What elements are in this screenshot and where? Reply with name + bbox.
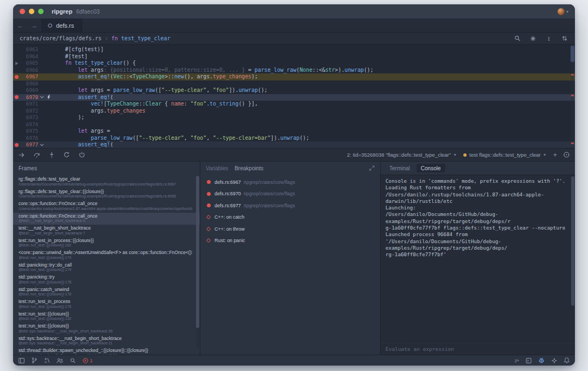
code-editor[interactable]: 6963 #[cfg(test)]6964 #[test]6965 fn tes… [13, 44, 575, 148]
breakpoint-dot-icon[interactable] [207, 192, 215, 196]
frame-row[interactable]: test::__rust_begin_short_backtrace@test:… [13, 225, 200, 237]
breakpoint-row[interactable]: Rust: on panic [200, 235, 380, 247]
session-options-icon[interactable] [564, 152, 569, 158]
editor-line[interactable]: 6972 args.type_changes [13, 108, 575, 115]
frame-row[interactable]: test::run_test_in_process@test::run_test… [13, 298, 200, 311]
thread-selector[interactable]: 2: tid=35268038 "flags::defs::test_type_… [347, 152, 457, 158]
frame-row[interactable]: core::ops::function::FnOnce::call_once@t… [13, 213, 200, 225]
nav-back-button[interactable]: ← [13, 18, 27, 32]
gutter[interactable]: 6971 [13, 101, 52, 108]
breadcrumb-path[interactable]: crates/core/flags/defs.rs [20, 35, 102, 41]
tab-console[interactable]: Console [416, 164, 445, 172]
breakpoint-row[interactable]: C++: on throw [200, 223, 380, 235]
search-icon[interactable] [513, 35, 521, 42]
gutter[interactable]: 6970 [13, 94, 52, 101]
editor-scrollbar[interactable] [571, 45, 574, 148]
editor-line[interactable]: 6970 assert_eq!( [13, 94, 575, 101]
breakpoint-icon[interactable] [13, 75, 20, 79]
breakpoint-row[interactable]: defs.rs:6977ripgrep/crates/core/flags [200, 200, 380, 212]
gutter[interactable]: 6974 [13, 121, 52, 128]
tab-defs-rs[interactable]: defs.rs [41, 18, 82, 32]
selections-icon[interactable] [561, 35, 568, 42]
breakpoint-row[interactable]: C++: on catch [200, 212, 380, 224]
step-over-icon[interactable] [34, 152, 40, 158]
zoom-window-button[interactable] [38, 9, 44, 14]
breakpoint-icon[interactable] [13, 143, 20, 147]
frame-row[interactable]: core::ops::function::FnOnce::call_once/U… [13, 200, 200, 213]
search-icon[interactable] [70, 358, 76, 363]
frame-row[interactable]: rg::flags::defs::test_type_clear/Users/d… [13, 176, 200, 188]
editor-line[interactable]: 6975 let args = [13, 128, 575, 135]
editor-line[interactable]: 6971 vec![TypeChange::Clear { name: "foo… [13, 101, 575, 108]
frame-row[interactable]: std::thread::Builder::spawn_unchecked_::… [13, 347, 200, 355]
frames-scrollbar[interactable] [196, 176, 199, 349]
git-branch-label[interactable]: 6dfaec03 [76, 8, 100, 15]
user-menu[interactable]: ▾ [558, 8, 568, 15]
editor-line[interactable]: 6964 #[test] [13, 53, 575, 60]
frame-row[interactable]: std::panicking::try@test::run_test::{{cl… [13, 274, 200, 286]
gutter[interactable]: 6967 [13, 73, 52, 81]
gutter[interactable]: 6963 [13, 46, 52, 53]
breakpoint-icon[interactable] [13, 95, 20, 99]
frame-row[interactable]: std::panicking::try::do_call@test::run_t… [13, 262, 200, 274]
gutter[interactable]: 6966 [13, 67, 52, 74]
step-into-icon[interactable] [49, 152, 54, 158]
cursor-icon[interactable]: I [545, 35, 553, 42]
gutter[interactable]: 6969 [13, 87, 52, 94]
tab-terminal[interactable]: Terminal [385, 164, 414, 172]
exception-breakpoint-icon[interactable] [207, 215, 215, 219]
notifications-bell-icon[interactable] [564, 357, 569, 363]
minimize-window-button[interactable] [29, 9, 34, 14]
stop-icon[interactable] [79, 152, 85, 158]
nav-forward-button[interactable]: → [27, 18, 41, 32]
fold-chevron-icon[interactable] [38, 144, 45, 146]
fold-chevron-icon[interactable] [38, 96, 45, 98]
console-expression-input[interactable]: Evaluate an expression [381, 343, 575, 355]
breakpoint-dot-icon[interactable] [207, 203, 215, 207]
frame-row[interactable]: test::run_test::{{closure}}@test::run_te… [13, 311, 200, 323]
gutter[interactable]: 6965 [13, 60, 52, 67]
run-test-icon[interactable] [13, 61, 20, 65]
git-branch-icon[interactable] [32, 357, 37, 363]
gutter[interactable]: 6977 [13, 141, 52, 148]
breakpoint-dot-icon[interactable] [207, 180, 215, 184]
editor-line[interactable]: 6968 [13, 81, 575, 88]
frame-row[interactable]: test::run_test::{{closure}}@std::sys::ba… [13, 323, 200, 335]
exception-breakpoint-icon[interactable] [207, 239, 215, 242]
close-window-button[interactable] [20, 9, 25, 14]
tab-breakpoints[interactable]: Breakpoints [235, 165, 264, 171]
gutter[interactable]: 6973 [13, 114, 52, 121]
frame-row[interactable]: std::sys::backtrace::__rust_begin_short_… [13, 335, 200, 348]
expand-panel-icon[interactable] [369, 165, 375, 171]
breakpoint-row[interactable]: defs.rs:6967ripgrep/crates/core/flags [200, 176, 380, 188]
breakpoint-row[interactable]: defs.rs:6970ripgrep/crates/core/flags [200, 188, 380, 200]
gutter[interactable]: 6976 [13, 135, 52, 142]
editor-line[interactable]: 6969 let args = parse_low_raw(["--type-c… [13, 87, 575, 94]
editor-line[interactable]: 6977 assert_eq!( [13, 141, 575, 148]
frame-row[interactable]: <core::panic::unwind_safe::AssertUnwindS… [13, 249, 200, 262]
session-selector[interactable]: test flags::defs::test_type_clear▼ [463, 152, 547, 158]
exception-breakpoint-icon[interactable] [207, 227, 215, 231]
editor-line[interactable]: 6973 ); [13, 114, 575, 121]
gutter[interactable]: 6964 [13, 53, 52, 60]
breadcrumb-symbol[interactable]: test_type_clear [121, 35, 170, 41]
frame-row[interactable]: rg::flags::defs::test_type_clear::{{clos… [13, 188, 200, 201]
console-output[interactable]: Console is in 'commands' mode, prefix ex… [381, 175, 575, 343]
frame-row[interactable]: std::panic::catch_unwind@test::run_test:… [13, 286, 200, 299]
editor-line[interactable]: 6974 [13, 121, 575, 128]
continue-icon[interactable] [19, 152, 24, 158]
editor-line[interactable]: 6967 assert_eq!(Vec::<TypeChange>::new()… [13, 73, 575, 81]
inline-assist-icon[interactable] [529, 35, 537, 42]
gutter[interactable]: 6972 [13, 108, 52, 115]
diff-icon[interactable] [44, 357, 50, 363]
tab-variables[interactable]: Variables [206, 165, 228, 171]
gutter[interactable]: 6975 [13, 128, 52, 135]
terminal-panel-icon[interactable] [526, 358, 531, 363]
new-session-button[interactable]: + [553, 151, 557, 159]
editor-line[interactable]: 6966 let args: {positional:size=0, patte… [13, 67, 575, 74]
frame-row[interactable]: test::run_test_in_process::{{closure}}@t… [13, 237, 200, 250]
project-panel-icon[interactable] [19, 358, 24, 363]
collab-icon[interactable] [57, 358, 63, 363]
editor-line[interactable]: 6963 #[cfg(test)] [13, 46, 575, 53]
assistant-icon[interactable] [552, 358, 557, 363]
